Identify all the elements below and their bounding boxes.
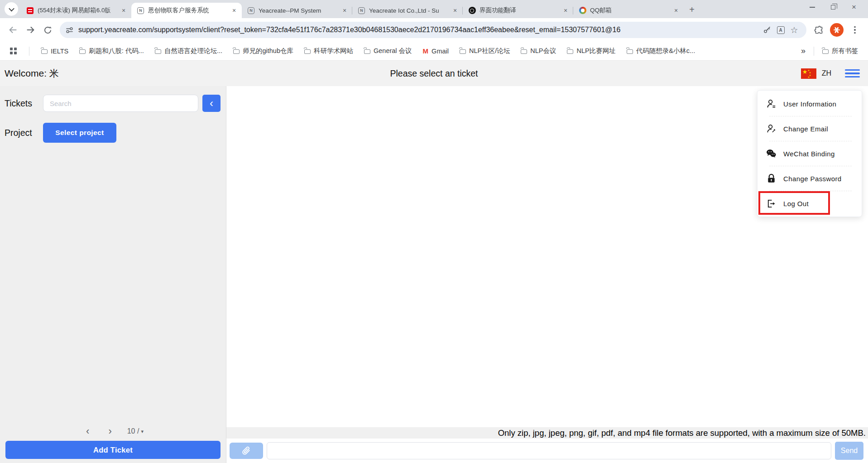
browser-menu-icon[interactable]	[846, 21, 863, 39]
menu-item-change-email[interactable]: Change Email	[758, 116, 862, 141]
bookmark-label: 代码随想录&小林c...	[636, 47, 695, 55]
tab-netease-mail[interactable]: (554封未读) 网易邮箱6.0版 ×	[21, 3, 131, 18]
prev-page-button[interactable]: ‹	[82, 426, 93, 436]
minimize-button[interactable]	[802, 0, 823, 14]
message-input[interactable]	[267, 442, 831, 459]
bookmark-gmail[interactable]: MGmail	[419, 45, 452, 57]
forward-button[interactable]	[22, 21, 39, 39]
bookmark-folder[interactable]: 代码随想录&小林c...	[623, 44, 699, 58]
next-page-button[interactable]: ›	[105, 426, 115, 436]
paperclip-icon	[241, 446, 251, 456]
close-button[interactable]: ×	[844, 0, 864, 14]
upload-notice: Only zip, jpg, jpeg, png, gif, pdf, and …	[226, 427, 868, 439]
bookmark-label: General 会议	[374, 47, 412, 55]
tab-close-icon[interactable]: ×	[340, 6, 349, 14]
message-composer: Send	[226, 439, 868, 463]
collapse-sidebar-button[interactable]: ‹	[202, 95, 221, 112]
select-project-button[interactable]: Select project	[43, 123, 116, 143]
folder-icon	[521, 49, 527, 54]
bookmark-folder[interactable]: IELTS	[38, 45, 72, 57]
bookmark-folder[interactable]: 刷题和八股: 代码...	[76, 44, 148, 58]
page-title: Please select an ticket	[0, 68, 868, 79]
url-text: support.yeacreate.com/supportsystem/clie…	[78, 26, 760, 34]
yeacreate-icon: N	[247, 7, 255, 14]
bookmark-folder[interactable]: 自然语言处理论坛...	[151, 44, 226, 58]
divider	[29, 47, 29, 56]
folder-icon	[233, 49, 240, 54]
ticket-search-input[interactable]	[43, 95, 198, 112]
folder-icon	[627, 49, 633, 54]
menu-item-change-password[interactable]: Change Password	[758, 166, 862, 191]
yeacreate-icon: N	[137, 7, 144, 14]
bookmark-label: NLP社区/论坛	[469, 47, 510, 55]
tab-yeacreate-iot[interactable]: N Yeacreate Iot Co.,Ltd - Su ×	[352, 3, 463, 18]
extensions-icon[interactable]	[810, 21, 827, 39]
bookmark-folder[interactable]: General 会议	[360, 44, 416, 58]
tickets-sidebar: Tickets ‹ Project Select project ‹ › 10 …	[0, 86, 226, 463]
tab-close-icon[interactable]: ×	[672, 6, 680, 14]
back-button[interactable]	[5, 21, 22, 39]
bookmark-folder[interactable]: NLP比赛网址	[563, 44, 619, 58]
tab-close-icon[interactable]: ×	[120, 6, 128, 14]
language-label: ZH	[822, 69, 831, 77]
tab-qq-mail[interactable]: QQ邮箱 ×	[573, 3, 684, 18]
bookmark-folder[interactable]: 师兄的github仓库	[230, 44, 297, 58]
site-settings-icon[interactable]	[65, 26, 74, 34]
tab-search-button[interactable]	[5, 2, 18, 16]
restore-icon	[831, 5, 835, 10]
tab-close-icon[interactable]: ×	[561, 6, 570, 14]
attach-file-button[interactable]	[230, 443, 263, 459]
tab-close-icon[interactable]: ×	[451, 6, 459, 14]
user-info-icon	[766, 98, 777, 109]
tab-title: (554封未读) 网易邮箱6.0版	[38, 6, 118, 14]
folder-icon	[79, 49, 86, 54]
tickets-label: Tickets	[5, 98, 43, 109]
tab-title: Yeacreate Iot Co.,Ltd - Su	[369, 7, 449, 14]
apps-grid-icon[interactable]	[6, 45, 21, 57]
page-size-select[interactable]: 10 /▾	[127, 427, 144, 435]
restore-button[interactable]	[823, 0, 844, 14]
translate-icon[interactable]: A	[774, 23, 787, 37]
tab-close-icon[interactable]: ×	[230, 6, 238, 14]
user-menu-toggle[interactable]	[843, 68, 862, 80]
minimize-icon	[810, 7, 815, 8]
password-key-icon[interactable]	[760, 23, 774, 37]
bookmark-label: NLP比赛网址	[576, 47, 615, 55]
tab-support-system-active[interactable]: N 恩创物联客户服务系统 ×	[131, 3, 242, 18]
china-flag-icon: ★ ★ ★ ★ ★	[801, 68, 816, 79]
browser-window: (554封未读) 网易邮箱6.0版 × N 恩创物联客户服务系统 × N Yea…	[0, 0, 868, 463]
reload-icon	[43, 25, 53, 35]
bookmark-folder[interactable]: 科研学术网站	[301, 44, 357, 58]
bookmark-label: 科研学术网站	[314, 47, 353, 55]
page-header: Welcome: 米 Please select an ticket ★ ★ ★…	[0, 61, 868, 86]
reload-button[interactable]	[39, 21, 56, 39]
folder-icon	[364, 49, 370, 54]
bookmark-folder[interactable]: NLP会议	[517, 44, 560, 58]
bookmark-label: 自然语言处理论坛...	[164, 47, 222, 55]
all-bookmarks[interactable]: 所有书签	[819, 44, 862, 58]
menu-item-label: Change Email	[783, 125, 828, 133]
tab-pm-system[interactable]: N Yeacreate--PM System ×	[242, 3, 352, 18]
tab-translate[interactable]: 界面功能翻译 ×	[463, 3, 573, 18]
bookmarks-bar: IELTS 刷题和八股: 代码... 自然语言处理论坛... 师兄的github…	[0, 42, 868, 61]
folder-icon	[822, 49, 829, 54]
new-tab-button[interactable]: +	[686, 3, 698, 16]
menu-item-log-out[interactable]: Log Out	[758, 191, 862, 216]
bookmark-star-icon[interactable]: ☆	[787, 23, 801, 37]
menu-item-wechat-binding[interactable]: WeChat Binding	[758, 141, 862, 166]
bookmarks-overflow-chevron[interactable]: »	[797, 44, 809, 58]
address-bar[interactable]: support.yeacreate.com/supportsystem/clie…	[60, 22, 806, 38]
bookmark-label: Gmail	[432, 48, 449, 55]
profile-avatar[interactable]	[830, 23, 844, 37]
add-ticket-button[interactable]: Add Ticket	[5, 441, 221, 459]
window-controls: ×	[802, 0, 864, 14]
folder-icon	[41, 49, 48, 54]
pagination: ‹ › 10 /▾	[0, 426, 226, 436]
bookmark-folder[interactable]: NLP社区/论坛	[456, 44, 513, 58]
send-button[interactable]: Send	[835, 442, 863, 460]
tab-title: 恩创物联客户服务系统	[148, 6, 228, 14]
gmail-icon: M	[423, 47, 429, 55]
folder-icon	[155, 49, 161, 54]
project-label: Project	[5, 128, 43, 138]
menu-item-user-information[interactable]: User Information	[758, 92, 862, 116]
